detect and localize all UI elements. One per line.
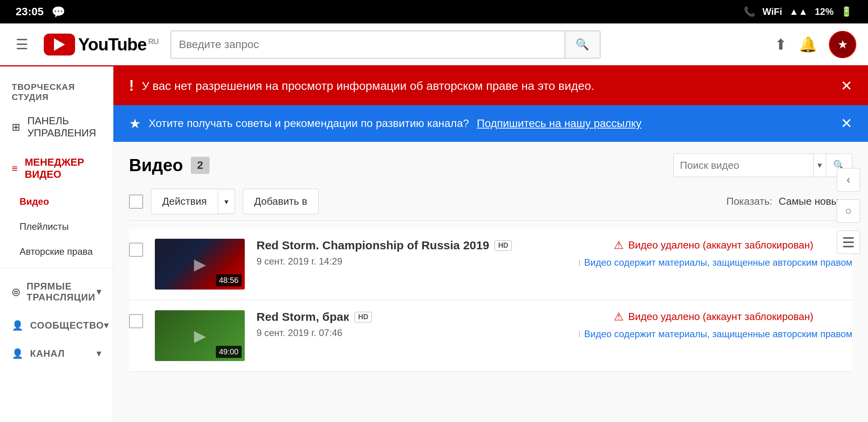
status-right: 📞 WiFi ▲▲ 12% 🔋 — [744, 6, 852, 17]
back-arrow-button[interactable]: ‹ — [837, 168, 860, 191]
video-search-dropdown[interactable]: ▾ — [813, 154, 826, 177]
upload-icon[interactable]: ⬆ — [775, 36, 787, 53]
nav-line-1 — [843, 237, 854, 239]
video-thumbnail-1: ▶ 48:56 — [155, 239, 245, 290]
channel-icon: 👤 — [12, 348, 24, 359]
error-banner-text: У вас нет разрешения на просмотр информа… — [142, 79, 594, 93]
toolbar-row: Действия ▾ Добавить в Показать: Самые но… — [129, 189, 852, 221]
search-input[interactable] — [171, 31, 565, 58]
logo[interactable]: YouTubeRU — [44, 34, 159, 55]
video-name-row-1: Red Storm. Championship of Russia 2019 H… — [256, 239, 563, 252]
live-icon: ◎ — [12, 286, 20, 297]
video-checkbox-2[interactable] — [129, 310, 143, 332]
video-manager: Видео 2 ▾ 🔍 Действия ▾ Добавить в — [113, 142, 868, 383]
chat-icon: 💬 — [52, 5, 65, 18]
youtube-logo-text: YouTubeRU — [78, 35, 159, 54]
select-all-checkbox[interactable] — [129, 195, 143, 209]
sidebar-sub-item-playlists[interactable]: Плейлисты — [0, 214, 113, 239]
header: ☰ YouTubeRU 🔍 ⬆ 🔔 ★ — [0, 23, 868, 66]
video-list: ▶ 48:56 Red Storm. Championship of Russi… — [129, 229, 852, 372]
status-copyright-link-2[interactable]: Видео содержит материалы, защищенные авт… — [584, 329, 852, 340]
thumb-icon-1: ▶ — [194, 255, 206, 273]
error-banner: ! У вас нет разрешения на просмотр инфор… — [113, 66, 868, 105]
warning-icon-2: ⚠ — [614, 310, 624, 323]
notification-icon[interactable]: 🔔 — [799, 36, 817, 53]
status-deleted-2: ⚠ Видео удалено (аккаунт заблокирован) — [575, 310, 852, 323]
search-bar[interactable]: 🔍 — [170, 30, 601, 59]
video-title-1: Red Storm. Championship of Russia 2019 — [256, 239, 489, 252]
hd-badge-1: HD — [495, 240, 512, 251]
sidebar-item-community[interactable]: 👤 СООБЩЕСТВО ▾ — [0, 311, 113, 340]
sidebar-item-live[interactable]: ◎ ПРЯМЫЕ ТРАНСЛЯЦИИ ▾ — [0, 272, 113, 311]
video-manager-header: Видео 2 ▾ 🔍 — [129, 154, 852, 177]
signal-icon: ▲▲ — [789, 6, 808, 17]
status-left: 23:05 💬 — [16, 5, 65, 18]
channel-chevron-icon: ▾ — [97, 349, 101, 359]
sidebar-item-channel[interactable]: 👤 КАНАЛ ▾ — [0, 340, 113, 368]
add-to-button[interactable]: Добавить в — [243, 189, 319, 214]
phone-icon: 📞 — [744, 6, 755, 17]
header-actions: ⬆ 🔔 ★ — [775, 31, 856, 58]
sidebar-sub-item-copyright[interactable]: Авторские права — [0, 239, 113, 264]
nav-line-2 — [843, 241, 854, 243]
video-date-2: 9 сент. 2019 г. 07:46 — [256, 327, 563, 338]
status-bar: 23:05 💬 📞 WiFi ▲▲ 12% 🔋 — [0, 0, 868, 23]
info-subscribe-link[interactable]: Подпишитесь на нашу рассылку — [477, 117, 642, 130]
actions-dropdown-arrow[interactable]: ▾ — [218, 191, 235, 213]
show-label: Показать: — [726, 195, 773, 207]
video-duration-2: 49:00 — [216, 346, 242, 358]
info-banner-text: Хотите получать советы и рекомендации по… — [149, 117, 469, 130]
status-copyright-link-1[interactable]: Видео содержит материалы, защищенные авт… — [584, 257, 852, 268]
video-search[interactable]: ▾ 🔍 — [673, 154, 852, 177]
hd-badge-2: HD — [355, 312, 372, 322]
video-name-row-2: Red Storm, брак HD — [256, 310, 563, 324]
battery-icon: 🔋 — [841, 6, 852, 17]
youtube-logo-icon — [44, 34, 75, 55]
sidebar-studio-title: ТВОРЧЕСКАЯ СТУДИЯ — [0, 74, 113, 106]
dashboard-icon: ⊞ — [12, 121, 20, 133]
community-icon: 👤 — [12, 320, 24, 331]
info-star-icon: ★ — [129, 116, 141, 131]
info-close-button[interactable]: ✕ — [841, 115, 852, 132]
sidebar-divider-1 — [0, 268, 113, 268]
actions-button[interactable]: Действия ▾ — [151, 189, 235, 214]
status-time: 23:05 — [16, 5, 44, 18]
video-info-2: Red Storm, брак HD 9 сент. 2019 г. 07:46 — [256, 310, 563, 338]
thumb-icon-2: ▶ — [194, 327, 206, 345]
menu-hamburger-icon[interactable]: ☰ — [12, 32, 32, 57]
battery-level: 12% — [815, 6, 834, 17]
video-count-badge: 2 — [191, 157, 210, 174]
live-chevron-icon: ▾ — [97, 287, 101, 297]
nav-line-3 — [843, 246, 854, 247]
video-manager-title: Видео — [129, 156, 183, 175]
video-info-1: Red Storm. Championship of Russia 2019 H… — [256, 239, 563, 267]
error-exclaim-icon: ! — [129, 77, 134, 94]
actions-label[interactable]: Действия — [151, 189, 218, 214]
right-nav: ‹ ○ — [829, 160, 868, 262]
sidebar-item-video-manager[interactable]: ≡ МЕНЕДЖЕР ВИДЕО — [0, 148, 113, 189]
table-row: ▶ 49:00 Red Storm, брак HD 9 сент. 2019 … — [129, 300, 852, 372]
info-banner-content: ★ Хотите получать советы и рекомендации … — [129, 116, 642, 131]
video-status-1: ⚠ Видео удалено (аккаунт заблокирован) |… — [575, 239, 852, 268]
home-button[interactable]: ○ — [837, 199, 860, 223]
recents-button[interactable] — [837, 231, 860, 254]
status-separator-2: | — [579, 331, 580, 338]
avatar-icon: ★ — [838, 38, 848, 51]
status-deleted-text-1: Видео удалено (аккаунт заблокирован) — [628, 239, 814, 251]
community-chevron-icon: ▾ — [104, 320, 109, 331]
sidebar-item-dashboard[interactable]: ⊞ ПАНЕЛЬ УПРАВЛЕНИЯ — [0, 106, 113, 148]
video-search-input[interactable] — [674, 154, 813, 177]
search-button[interactable]: 🔍 — [565, 31, 600, 58]
status-separator-1: | — [579, 259, 580, 266]
video-date-1: 9 сент. 2019 г. 14:29 — [256, 256, 563, 267]
video-title-2: Red Storm, брак — [256, 310, 349, 324]
table-row: ▶ 48:56 Red Storm. Championship of Russi… — [129, 229, 852, 300]
toolbar-left: Действия ▾ Добавить в — [129, 189, 319, 214]
error-close-button[interactable]: ✕ — [841, 78, 852, 94]
sidebar-sub-item-videos[interactable]: Видео — [0, 189, 113, 214]
video-duration-1: 48:56 — [216, 274, 242, 286]
avatar[interactable]: ★ — [829, 31, 856, 58]
status-deleted-1: ⚠ Видео удалено (аккаунт заблокирован) — [575, 239, 852, 252]
main-layout: ТВОРЧЕСКАЯ СТУДИЯ ⊞ ПАНЕЛЬ УПРАВЛЕНИЯ ≡ … — [0, 66, 868, 422]
video-checkbox-1[interactable] — [129, 239, 143, 261]
